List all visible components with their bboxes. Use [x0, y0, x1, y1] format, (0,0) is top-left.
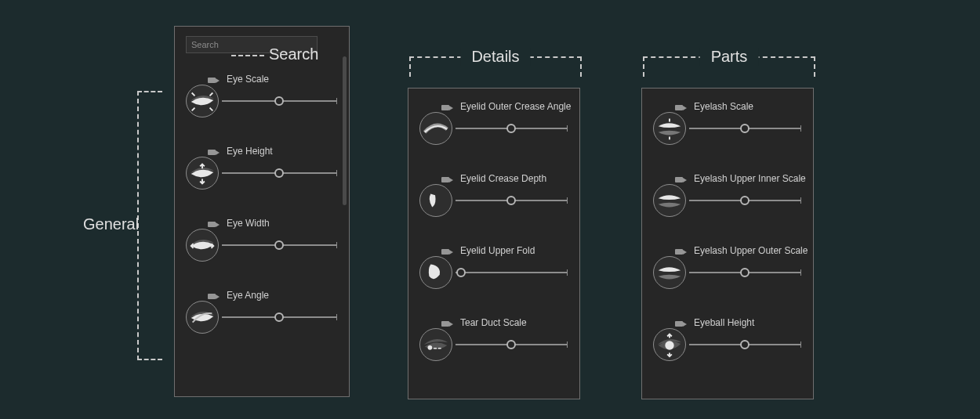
scrollbar[interactable] [343, 56, 347, 205]
slider-knob[interactable] [274, 168, 284, 178]
callout-parts-label: Parts [700, 48, 759, 66]
eyelid-upper-fold-icon[interactable] [419, 256, 452, 289]
panel-general: Eye ScaleEye HeightEye WidthEye Angle [174, 26, 350, 397]
slider-row: Eye Scale [186, 72, 338, 124]
eyelid-crease-depth-icon[interactable] [419, 184, 452, 217]
slider-knob[interactable] [274, 96, 284, 106]
slider-track[interactable] [689, 200, 800, 201]
svg-point-1 [665, 341, 673, 349]
callout-details-bracket: Details [409, 56, 582, 77]
slider-track[interactable] [689, 344, 800, 345]
slider-knob[interactable] [274, 312, 284, 322]
callout-general-label: General [83, 215, 139, 233]
camera-icon[interactable] [675, 320, 688, 327]
slider-knob[interactable] [740, 340, 750, 349]
camera-icon[interactable] [441, 175, 454, 183]
callout-parts-bracket: Parts [643, 56, 815, 77]
camera-icon[interactable] [675, 103, 688, 111]
slider-row: Eyeball Height [653, 316, 802, 367]
eyelash-scale-icon[interactable] [653, 112, 686, 145]
slider-label: Eyelash Scale [694, 101, 753, 112]
panel-details: Eyelid Outer Crease AngleEyelid Crease D… [408, 88, 580, 399]
slider-knob[interactable] [274, 240, 284, 250]
slider-row: Eyelash Upper Outer Scale [653, 244, 802, 295]
slider-label: Eyelid Upper Fold [460, 245, 535, 256]
slider-label: Eye Angle [227, 290, 269, 301]
eye-scale-icon[interactable] [186, 85, 219, 117]
camera-icon[interactable] [208, 76, 220, 84]
slider-knob[interactable] [740, 196, 750, 205]
eyelash-upper-inner-scale-icon[interactable] [653, 184, 686, 217]
slider-track[interactable] [689, 128, 800, 129]
slider-knob[interactable] [456, 268, 466, 277]
callout-general-bracket [137, 91, 162, 360]
slider-track[interactable] [222, 244, 336, 246]
slider-row: Eyelid Crease Depth [419, 172, 568, 223]
slider-track[interactable] [689, 272, 800, 273]
eye-angle-icon[interactable] [186, 301, 219, 334]
slider-row: Eye Height [186, 144, 338, 196]
slider-track[interactable] [456, 272, 567, 273]
slider-label: Eyelash Upper Outer Scale [694, 245, 808, 256]
camera-icon[interactable] [675, 247, 688, 255]
svg-point-0 [428, 345, 433, 350]
slider-label: Eye Scale [227, 74, 269, 85]
slider-row: Eyelid Upper Fold [419, 244, 568, 295]
camera-icon[interactable] [441, 320, 454, 327]
slider-knob[interactable] [740, 124, 750, 133]
tear-duct-scale-icon[interactable] [419, 328, 452, 361]
slider-label: Eyelid Crease Depth [460, 173, 546, 184]
eye-width-icon[interactable] [186, 229, 219, 262]
slider-row: Eyelash Scale [653, 99, 802, 151]
slider-label: Eye Height [227, 146, 273, 157]
slider-track[interactable] [222, 316, 336, 318]
slider-row: Eye Width [186, 216, 338, 268]
callout-search: Search [231, 45, 318, 63]
slider-label: Eyelash Upper Inner Scale [694, 173, 806, 184]
panel-parts: Eyelash ScaleEyelash Upper Inner ScaleEy… [641, 88, 814, 399]
camera-icon[interactable] [208, 220, 220, 228]
camera-icon[interactable] [675, 175, 688, 183]
slider-knob[interactable] [506, 196, 516, 205]
eyelid-outer-crease-angle-icon[interactable] [419, 112, 452, 145]
callout-search-label: Search [269, 45, 318, 63]
eyeball-height-icon[interactable] [653, 328, 686, 361]
camera-icon[interactable] [208, 292, 220, 300]
slider-label: Tear Duct Scale [460, 317, 527, 328]
slider-track[interactable] [456, 128, 567, 129]
slider-row: Eyelash Upper Inner Scale [653, 172, 802, 223]
camera-icon[interactable] [441, 103, 454, 111]
slider-track[interactable] [222, 172, 336, 174]
slider-track[interactable] [456, 344, 567, 345]
slider-row: Eyelid Outer Crease Angle [419, 99, 568, 151]
slider-label: Eyelid Outer Crease Angle [460, 101, 571, 112]
slider-knob[interactable] [506, 340, 516, 349]
camera-icon[interactable] [208, 148, 220, 156]
slider-knob[interactable] [506, 124, 516, 133]
eye-height-icon[interactable] [186, 157, 219, 190]
slider-track[interactable] [456, 200, 567, 201]
slider-track[interactable] [222, 100, 336, 102]
callout-details-label: Details [460, 48, 530, 66]
camera-icon[interactable] [441, 247, 454, 255]
slider-knob[interactable] [740, 268, 750, 277]
slider-label: Eye Width [227, 218, 270, 229]
slider-row: Eye Angle [186, 288, 338, 340]
slider-label: Eyeball Height [694, 317, 754, 328]
eyelash-upper-outer-scale-icon[interactable] [653, 256, 686, 289]
slider-row: Tear Duct Scale [419, 316, 568, 367]
